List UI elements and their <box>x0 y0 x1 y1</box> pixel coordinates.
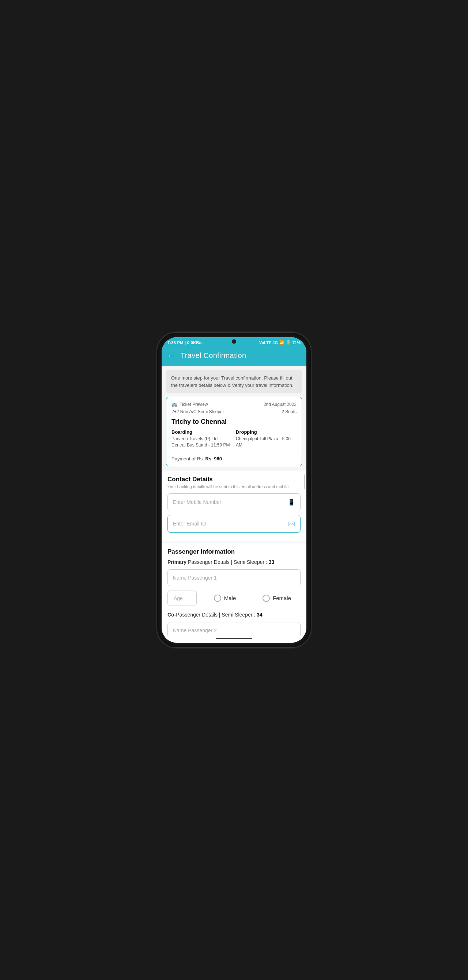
boarding-dropping: Boarding Parveen Travels (P) Ltd Central… <box>172 429 296 448</box>
dropping-col: Dropping Chengalpat Toll Plaza - 5:00 AM <box>236 429 296 448</box>
male-radio-button[interactable] <box>214 595 221 602</box>
mobile-input-wrapper[interactable]: 📱 <box>167 493 301 511</box>
primary-passenger-label: Primary Passenger Details | Semi Sleeper… <box>167 559 301 565</box>
female-radio-button[interactable] <box>263 595 270 602</box>
primary-seat-num: 33 <box>269 559 275 565</box>
ticket-card: 🚌 Ticket Preview 2nd August 2023 2+2 Non… <box>166 397 302 466</box>
passenger-section-title: Passenger Information <box>167 548 301 555</box>
co-seat-num: 34 <box>257 612 263 617</box>
signal-bars: 📶 <box>279 340 285 345</box>
contact-details-section: Contact Details Your booking details wil… <box>162 471 306 542</box>
ticket-preview-text: Ticket Preview <box>180 402 208 407</box>
contact-section-title: Contact Details <box>167 476 301 483</box>
female-radio-group[interactable]: Female <box>253 595 301 602</box>
email-input-wrapper[interactable]: ✉️ <box>167 515 301 533</box>
ticket-header: 🚌 Ticket Preview 2nd August 2023 <box>172 401 296 407</box>
dropping-value: Chengalpat Toll Plaza - 5:00 AM <box>236 436 296 448</box>
phone-screen: 7:33 PM | 0.0KB/s VoLTE 4G 📶 🔋 71% ← Tra… <box>162 337 306 643</box>
payment-row: Payment of Rs. Rs. 960 <box>172 456 296 461</box>
home-bar <box>216 638 252 639</box>
battery-percent: 71% <box>293 340 301 345</box>
app-header: ← Travel Confirmation <box>162 347 306 366</box>
boarding-label: Boarding <box>172 429 232 435</box>
ticket-preview-label: 🚌 Ticket Preview <box>172 401 208 407</box>
email-icon: ✉️ <box>288 520 295 527</box>
co-label: Co- <box>167 612 176 617</box>
passenger1-name-input[interactable] <box>167 570 301 586</box>
co-rest: Passenger Details | Semi Sleeper : <box>176 612 255 617</box>
payment-text: Payment of Rs. <box>172 456 204 461</box>
ticket-type-row: 2+2 Non A/C Semi Sleeper 2 Seats <box>172 409 296 415</box>
camera-notch <box>232 339 236 344</box>
mobile-icon: 📱 <box>288 499 295 506</box>
contact-section-subtitle: Your booking details will be sent to thi… <box>167 485 301 489</box>
gender-row: Male Female <box>167 590 301 606</box>
co-passenger-label: Co-Passenger Details | Semi Sleeper : 34 <box>167 612 301 617</box>
passenger-info-section: Passenger Information Primary Passenger … <box>162 543 306 636</box>
primary-label: Primary <box>167 559 186 565</box>
female-label: Female <box>273 595 291 601</box>
status-right-icons: VoLTE 4G 📶 🔋 71% <box>259 340 301 345</box>
male-radio-group[interactable]: Male <box>201 595 248 602</box>
email-input[interactable] <box>173 521 288 527</box>
bus-type: 2+2 Non A/C Semi Sleeper <box>172 409 224 414</box>
primary-rest: Passenger Details | Semi Sleeper : <box>188 559 267 565</box>
bus-icon: 🚌 <box>172 401 177 407</box>
battery-indicator: 🔋 <box>286 340 291 345</box>
info-banner: One more step for your Travel confirmati… <box>166 370 302 393</box>
ticket-divider <box>172 452 296 452</box>
mobile-input[interactable] <box>173 499 288 505</box>
payment-amount: Rs. 960 <box>205 456 222 461</box>
passenger2-name-input[interactable] <box>167 622 301 636</box>
info-banner-text: One more step for your Travel confirmati… <box>171 375 294 388</box>
dropping-label: Dropping <box>236 429 296 435</box>
ticket-date: 2nd August 2023 <box>264 402 296 407</box>
home-indicator <box>162 636 306 643</box>
page-title: Travel Confirmation <box>181 352 246 360</box>
male-label: Male <box>224 595 236 601</box>
seat-count: 2 Seats <box>282 409 296 415</box>
boarding-value: Parveen Travels (P) Ltd Central Bus Stan… <box>172 436 232 448</box>
phone-frame: 7:33 PM | 0.0KB/s VoLTE 4G 📶 🔋 71% ← Tra… <box>157 333 311 647</box>
scroll-content[interactable]: One more step for your Travel confirmati… <box>162 366 306 636</box>
network-indicator: VoLTE 4G <box>259 340 278 345</box>
boarding-col: Boarding Parveen Travels (P) Ltd Central… <box>172 429 232 448</box>
status-time-network: 7:33 PM | 0.0KB/s <box>167 340 202 345</box>
age-input[interactable] <box>167 590 197 606</box>
scrollbar-indicator <box>304 474 305 489</box>
route-title: Trichy to Chennai <box>172 418 296 426</box>
back-button[interactable]: ← <box>167 352 175 360</box>
